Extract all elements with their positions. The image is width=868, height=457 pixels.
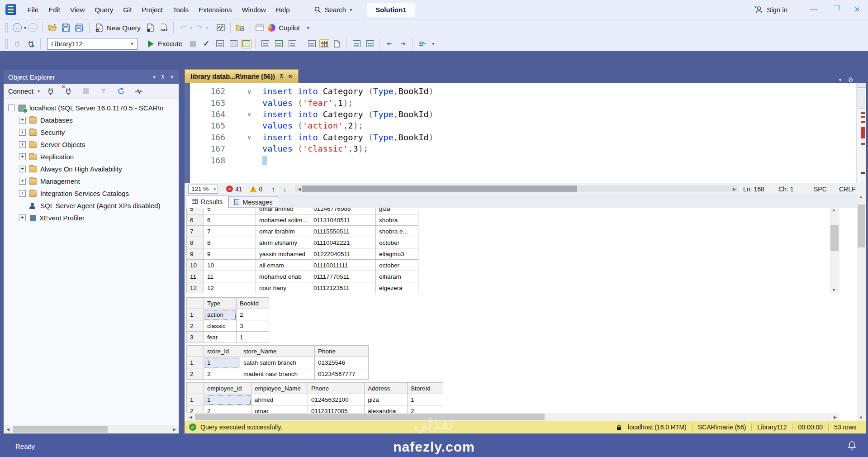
copilot-panel-icon[interactable] [254,22,266,33]
grid-cell[interactable]: madent nasr branch [240,368,315,380]
tree-item[interactable]: + Management [4,175,179,187]
grid-cell[interactable]: 6 [204,214,256,226]
include-actual-plan-icon[interactable] [259,38,271,50]
scroll-right-icon[interactable]: ▶ [831,415,840,419]
notifications-bell-icon[interactable] [848,441,856,452]
grid-cell[interactable]: october [376,237,418,248]
tree-item[interactable]: + Security [4,126,179,138]
fold-collapse-icon[interactable]: ∨ [243,133,255,141]
grid-cell[interactable]: shobra [376,214,418,226]
object-explorer-hscrollbar[interactable]: ◀ ▶ [4,425,179,433]
error-count[interactable]: 41 [235,186,242,193]
minimize-button[interactable]: — [803,0,825,19]
scroll-thumb[interactable] [13,426,108,433]
error-count-icon[interactable]: ✕ [226,186,233,192]
sign-in-button[interactable]: Sign in [754,5,787,14]
tree-item[interactable]: - localhost (SQL Server 16.0.1170.5 - SC… [4,102,179,114]
grid-cell[interactable]: salah salem branch [240,357,315,368]
tree-expander-icon[interactable]: - [8,105,15,111]
grid-cell[interactable]: 01117770511 [310,271,376,282]
navigate-forward-icon[interactable]: → [27,22,39,33]
window-settings-icon[interactable]: ⚙ [848,76,854,83]
grid-cell[interactable]: 01222040511 [310,248,376,260]
change-connection-icon[interactable] [25,38,37,50]
scroll-down-icon[interactable]: ▼ [857,415,865,420]
grid-cell[interactable]: giza [376,208,418,214]
grid-row-header[interactable]: 9 [187,248,204,260]
grid-cell[interactable]: 12 [204,282,256,294]
menu-item[interactable]: View [65,6,90,14]
navigate-back-caret-icon[interactable]: ▾ [24,25,26,30]
tree-expander-icon[interactable]: + [19,153,26,160]
grid-cell[interactable]: 01110011111 [310,260,376,271]
code-editor-area[interactable]: 162∨insert into Category (Type,BookId)16… [190,86,856,183]
grid-cell[interactable]: elgezera [376,282,418,294]
redo-icon[interactable]: ↷ [193,22,205,33]
grid-row-header[interactable]: 1 [187,394,204,405]
toolbar-overflow-icon[interactable]: ▾ [432,41,434,46]
grid-row-header[interactable]: 1 [187,357,204,368]
grid-cell[interactable]: mohamed ehab [256,271,310,282]
tab-results[interactable]: Results [186,195,228,208]
grid-cell[interactable]: 01234567777 [315,368,369,380]
scroll-thumb[interactable] [858,205,865,248]
tab-pin-icon[interactable]: ⊼ [280,73,284,80]
results-to-text-icon[interactable] [306,38,318,50]
activity-monitor-icon[interactable] [215,22,227,33]
grid-column-header[interactable]: Phone [315,346,369,357]
grid-cell[interactable]: 01110042221 [310,237,376,248]
results-hscrollbar[interactable]: ◀ ▶ [186,413,840,421]
tab-list-caret-icon[interactable]: ▾ [839,76,841,83]
grid-row-header[interactable]: 8 [187,237,204,248]
connect-caret-icon[interactable]: ▾ [38,89,40,94]
panel-pin-icon[interactable]: ⊼ [161,74,165,80]
editor-vscrollbar[interactable] [856,83,866,183]
grid-cell[interactable]: ali emam [256,260,310,271]
grid-column-header[interactable] [187,383,204,394]
menu-item[interactable]: File [23,6,43,14]
object-explorer-header[interactable]: Object Explorer ▾ ⊼ ✕ [4,70,179,84]
code-line[interactable]: 168 [190,154,856,166]
tree-item[interactable]: + XEvent Profiler [4,212,179,224]
grid-column-header[interactable]: Type [204,298,237,309]
grid-cell[interactable]: akrm elshamy [256,237,310,248]
menu-item[interactable]: Query [90,6,118,14]
new-query-label[interactable]: New Query [107,24,141,32]
grid-row-header[interactable]: 2 [187,368,204,380]
scroll-right-icon[interactable]: ▶ [170,427,179,432]
scroll-left-icon[interactable]: ◀ [4,427,12,432]
tree-expander-icon[interactable]: + [19,214,26,221]
connect-server-icon[interactable] [45,86,57,97]
grid-cell[interactable]: 5 [204,208,256,214]
toolbar-grip[interactable] [5,39,9,49]
grid-cell[interactable]: giza [365,394,408,405]
uncomment-selection-icon[interactable] [364,38,376,50]
grid-cell[interactable]: 1 [408,394,443,405]
grid-column-header[interactable] [187,298,204,309]
tree-expander-icon[interactable]: + [19,141,26,148]
grid-cell[interactable]: 01246776988 [310,208,376,214]
sql-editor[interactable]: 162∨insert into Category (Type,BookId)16… [185,83,866,183]
grid-row-header[interactable]: 10 [187,260,204,271]
parse-query-icon[interactable]: ✓ [200,38,212,50]
warning-count[interactable]: 0 [259,186,263,193]
grid-cell[interactable]: 3 [237,320,269,332]
results-vscrollbar[interactable]: ▲ ▼ [857,195,866,421]
menu-item[interactable]: Git [118,6,137,14]
grid-column-header[interactable]: BookId [237,298,269,309]
grid-cell[interactable]: 1 [237,332,269,343]
estimated-plan-icon[interactable] [214,38,226,50]
grid-cell[interactable]: nour hany [256,282,310,294]
grid-cell[interactable]: shobra e... [376,226,418,237]
open-file-icon[interactable] [47,22,58,33]
code-line[interactable]: 162∨insert into Category (Type,BookId) [190,86,856,97]
grid-cell[interactable]: 01112123511 [310,282,376,294]
grid-cell[interactable]: 01325546 [315,357,369,368]
grid-cell[interactable]: 1 [204,357,240,368]
open-query-icon[interactable] [144,22,156,33]
panel-menu-caret-icon[interactable]: ▾ [153,74,156,80]
code-line[interactable]: 166∨insert into Category (Type,BookId) [190,132,856,143]
redo-caret-icon[interactable]: ▾ [206,25,208,30]
code-line[interactable]: 167values ('classic',3); [190,143,856,154]
undo-icon[interactable]: ↶ [177,22,189,33]
